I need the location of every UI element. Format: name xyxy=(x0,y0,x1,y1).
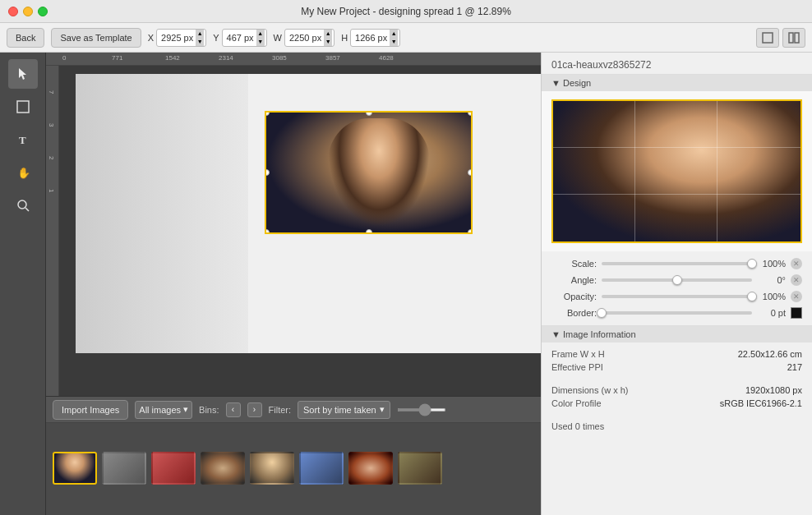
zoom-tool-button[interactable] xyxy=(8,191,38,220)
svg-point-6 xyxy=(18,200,26,209)
image-info-section: ▼ Image Information Frame W x H 22.50x12… xyxy=(542,325,812,438)
import-images-button[interactable]: Import Images xyxy=(53,400,128,420)
x-stepper[interactable]: ▲ ▼ xyxy=(196,30,204,46)
dimensions-value: 1920x1080 px xyxy=(745,385,802,395)
ruler-v-mark: 7 xyxy=(48,90,55,94)
thumbnail-3[interactable] xyxy=(151,452,196,485)
svg-line-7 xyxy=(25,208,29,211)
right-panel: 01ca-heauxvz8365272 ▼ Design xyxy=(541,53,812,515)
x-down[interactable]: ▼ xyxy=(196,38,204,46)
y-input-wrap[interactable]: 467 px ▲ ▼ xyxy=(222,29,267,47)
photo-person xyxy=(266,113,471,232)
y-up[interactable]: ▲ xyxy=(256,30,265,38)
handle-bottom-left[interactable] xyxy=(265,229,270,234)
titlebar: My New Project - designing spread 1 @ 12… xyxy=(0,0,812,23)
scale-thumb[interactable] xyxy=(747,259,757,269)
border-thumb[interactable] xyxy=(597,308,607,318)
border-row: Border: 0 pt xyxy=(551,307,802,319)
ruler-horizontal: 0 771 1542 2314 3085 3857 4628 xyxy=(46,53,541,66)
back-button[interactable]: Back xyxy=(7,28,44,48)
angle-slider[interactable] xyxy=(602,278,752,282)
image-info-section-header[interactable]: ▼ Image Information xyxy=(542,326,812,343)
svg-rect-3 xyxy=(17,101,29,113)
bins-prev-button[interactable]: ‹ xyxy=(226,402,241,417)
panel-preview xyxy=(542,91,812,251)
window-title: My New Project - designing spread 1 @ 12… xyxy=(301,6,511,17)
maximize-button[interactable] xyxy=(38,7,48,16)
minimize-button[interactable] xyxy=(23,7,33,16)
handle-top-right[interactable] xyxy=(468,111,473,116)
zoom-slider[interactable] xyxy=(397,408,446,412)
h-up[interactable]: ▲ xyxy=(390,30,398,38)
scale-clear-button[interactable]: ✕ xyxy=(791,258,802,269)
thumbnail-4[interactable] xyxy=(201,452,245,485)
frame-tool-button[interactable] xyxy=(8,92,38,122)
border-value: 0 pt xyxy=(757,308,786,318)
element-id: 01ca-heauxvz8365272 xyxy=(542,53,812,74)
thumbnail-6[interactable] xyxy=(299,452,344,485)
border-color-swatch[interactable] xyxy=(791,307,802,319)
scale-row: Scale: 100% ✕ xyxy=(551,258,802,269)
thumbnail-1[interactable] xyxy=(53,452,97,485)
ruler-mark-2: 1542 xyxy=(165,54,180,62)
handle-bottom-right[interactable] xyxy=(468,229,473,234)
h-stepper[interactable]: ▲ ▼ xyxy=(390,30,398,46)
y-label: Y xyxy=(213,33,219,43)
text-tool-button[interactable]: T xyxy=(8,125,38,154)
single-view-button[interactable] xyxy=(756,28,779,48)
y-stepper[interactable]: ▲ ▼ xyxy=(256,30,265,46)
angle-thumb[interactable] xyxy=(672,275,682,285)
opacity-thumb[interactable] xyxy=(747,292,757,301)
photo-frame[interactable] xyxy=(265,111,473,234)
y-down[interactable]: ▼ xyxy=(256,38,265,46)
x-input-wrap[interactable]: 2925 px ▲ ▼ xyxy=(156,29,206,47)
thumbnail-7[interactable] xyxy=(348,452,393,485)
bottom-panel: Import Images All images ▾ Bins: ‹ › Fil… xyxy=(46,396,541,515)
thumbnail-5[interactable] xyxy=(250,452,294,485)
split-view-button[interactable] xyxy=(782,28,805,48)
opacity-slider[interactable] xyxy=(602,295,752,298)
angle-value: 0° xyxy=(757,275,786,285)
scale-slider[interactable] xyxy=(602,262,752,265)
design-section-header[interactable]: ▼ Design xyxy=(542,75,812,91)
w-down[interactable]: ▼ xyxy=(324,38,332,46)
save-as-template-button[interactable]: Save as Template xyxy=(51,28,141,48)
thumbnail-2[interactable] xyxy=(102,452,146,485)
opacity-row: Opacity: 100% ✕ xyxy=(551,291,802,302)
handle-bottom-center[interactable] xyxy=(366,229,372,234)
filter-select[interactable]: Sort by time taken ▾ xyxy=(298,401,390,419)
w-field: W 2250 px ▲ ▼ xyxy=(274,29,335,47)
w-input-wrap[interactable]: 2250 px ▲ ▼ xyxy=(284,29,334,47)
x-value: 2925 px xyxy=(161,33,193,43)
preview-image[interactable] xyxy=(551,99,802,243)
angle-label: Angle: xyxy=(551,275,597,285)
image-info-section-label: ▼ Image Information xyxy=(551,329,636,339)
close-button[interactable] xyxy=(8,7,18,16)
w-value: 2250 px xyxy=(289,33,321,43)
all-images-label: All images xyxy=(139,405,181,415)
canvas-area[interactable]: 0 771 1542 2314 3085 3857 4628 7 3 2 1 xyxy=(46,53,541,515)
pan-tool-button[interactable]: ✋ xyxy=(8,158,38,187)
border-slider[interactable] xyxy=(602,311,752,315)
border-label: Border: xyxy=(551,308,597,318)
frame-wh-value: 22.50x12.66 cm xyxy=(738,349,802,359)
all-images-select[interactable]: All images ▾ xyxy=(135,401,192,419)
dimensions-row: Dimensions (w x h) 1920x1080 px xyxy=(551,385,802,395)
x-up[interactable]: ▲ xyxy=(196,30,204,38)
angle-clear-button[interactable]: ✕ xyxy=(791,274,802,286)
h-down[interactable]: ▼ xyxy=(390,38,398,46)
design-section: ▼ Design Scale: xyxy=(542,74,812,325)
all-images-chevron: ▾ xyxy=(183,404,188,415)
handle-middle-right[interactable] xyxy=(468,169,473,176)
y-field: Y 467 px ▲ ▼ xyxy=(213,29,266,47)
w-stepper[interactable]: ▲ ▼ xyxy=(324,30,332,46)
ruler-mark-4: 3085 xyxy=(272,54,287,62)
main-toolbar: Back Save as Template X 2925 px ▲ ▼ Y 46… xyxy=(0,23,812,53)
bins-next-button[interactable]: › xyxy=(247,402,262,417)
thumbnail-8[interactable] xyxy=(398,452,442,485)
h-input-wrap[interactable]: 1266 px ▲ ▼ xyxy=(350,29,400,47)
select-tool-button[interactable] xyxy=(8,59,38,89)
w-up[interactable]: ▲ xyxy=(324,30,332,38)
opacity-clear-button[interactable]: ✕ xyxy=(791,291,802,302)
ruler-v-mark-2: 3 xyxy=(48,123,55,126)
